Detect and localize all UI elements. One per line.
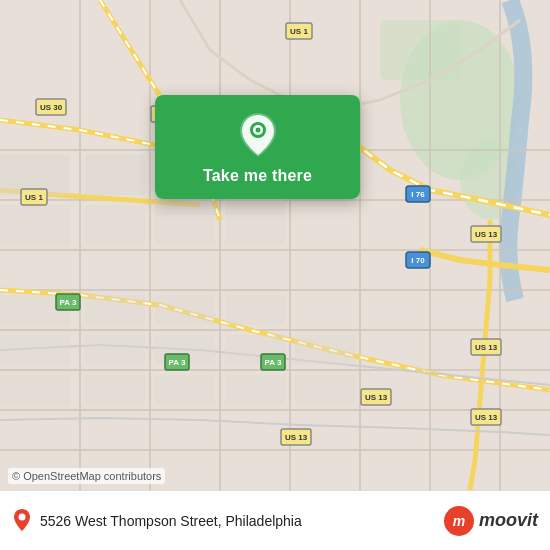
svg-rect-35 [295,335,355,365]
moovit-wordmark: moovit [479,510,538,531]
map-container: US 1 US 30 US 1 US 1 I 76 I 70 US 13 US … [0,0,550,490]
svg-rect-30 [225,295,285,325]
svg-rect-23 [0,205,70,245]
svg-rect-39 [225,375,285,405]
svg-rect-38 [155,375,215,405]
svg-rect-29 [155,295,215,325]
svg-rect-32 [85,335,145,365]
svg-point-72 [19,513,26,520]
svg-rect-3 [380,20,460,80]
svg-point-71 [255,128,260,133]
svg-rect-31 [0,335,70,365]
svg-text:m: m [453,513,465,529]
moovit-icon: m [443,505,475,537]
svg-rect-24 [85,205,145,245]
svg-rect-26 [225,210,285,245]
svg-rect-20 [85,155,145,195]
address-text: 5526 West Thompson Street, Philadelphia [40,513,302,529]
svg-rect-28 [85,295,145,325]
svg-text:US 13: US 13 [285,433,308,442]
svg-text:US 1: US 1 [25,193,43,202]
popup-green-area: Take me there [155,95,360,199]
svg-rect-40 [295,375,355,405]
svg-text:US 13: US 13 [475,343,498,352]
map-attribution: © OpenStreetMap contributors [8,468,165,484]
svg-rect-37 [85,375,145,405]
map-background: US 1 US 30 US 1 US 1 I 76 I 70 US 13 US … [0,0,550,490]
moovit-logo: m moovit [443,505,538,537]
take-me-there-button[interactable]: Take me there [203,167,312,185]
address-container: 5526 West Thompson Street, Philadelphia [12,509,433,533]
svg-text:US 13: US 13 [475,230,498,239]
svg-text:PA 3: PA 3 [60,298,77,307]
svg-text:US 13: US 13 [365,393,388,402]
svg-text:US 13: US 13 [475,413,498,422]
svg-text:I 76: I 76 [411,190,425,199]
svg-text:US 30: US 30 [40,103,63,112]
svg-text:US 1: US 1 [290,27,308,36]
svg-text:PA 3: PA 3 [265,358,282,367]
svg-text:I 70: I 70 [411,256,425,265]
svg-rect-25 [155,210,215,245]
bottom-bar: 5526 West Thompson Street, Philadelphia … [0,490,550,550]
location-popup: Take me there [155,95,360,199]
svg-rect-36 [0,375,70,405]
svg-text:PA 3: PA 3 [169,358,186,367]
address-pin-icon [12,509,32,533]
location-pin-icon [240,113,276,157]
